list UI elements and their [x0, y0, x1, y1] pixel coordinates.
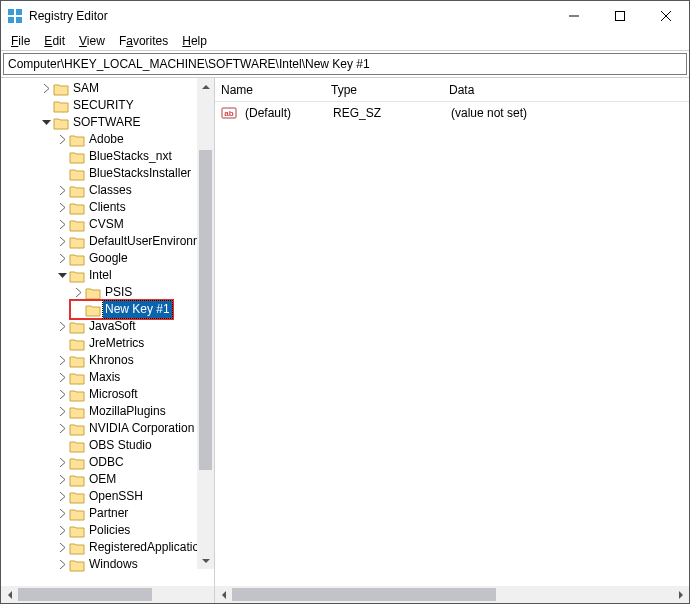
- chevron-right-icon[interactable]: [55, 320, 69, 334]
- svg-rect-0: [8, 9, 14, 15]
- scroll-right-arrow-icon[interactable]: [672, 586, 689, 603]
- scroll-up-arrow-icon[interactable]: [197, 78, 214, 95]
- chevron-right-icon[interactable]: [55, 558, 69, 572]
- tree-node-javasoft[interactable]: JavaSoft: [3, 318, 214, 335]
- tree-node-clients[interactable]: Clients: [3, 199, 214, 216]
- tree-node-registeredapp[interactable]: RegisteredApplicatio: [3, 539, 214, 556]
- tree-node-defaultuserenv[interactable]: DefaultUserEnvironm: [3, 233, 214, 250]
- maximize-button[interactable]: [597, 1, 643, 31]
- folder-icon: [69, 558, 85, 572]
- minimize-button[interactable]: [551, 1, 597, 31]
- chevron-right-icon[interactable]: [55, 524, 69, 538]
- tree-node-software[interactable]: SOFTWARE: [3, 114, 214, 131]
- chevron-right-icon[interactable]: [55, 507, 69, 521]
- tree-node-obs[interactable]: OBS Studio: [3, 437, 214, 454]
- folder-icon: [69, 490, 85, 504]
- folder-icon: [69, 507, 85, 521]
- tree-node-partner[interactable]: Partner: [3, 505, 214, 522]
- tree-node-bluestacks-nxt[interactable]: BlueStacks_nxt: [3, 148, 214, 165]
- tree-node-bluestacksinstaller[interactable]: BlueStacksInstaller: [3, 165, 214, 182]
- tree-node-policies[interactable]: Policies: [3, 522, 214, 539]
- chevron-right-icon[interactable]: [55, 371, 69, 385]
- chevron-down-icon[interactable]: [55, 269, 69, 283]
- chevron-right-icon[interactable]: [55, 218, 69, 232]
- chevron-right-icon[interactable]: [55, 235, 69, 249]
- chevron-right-icon[interactable]: [55, 541, 69, 555]
- menu-favorites[interactable]: Favorites: [113, 33, 174, 49]
- chevron-right-icon[interactable]: [55, 252, 69, 266]
- folder-icon: [69, 456, 85, 470]
- chevron-right-icon[interactable]: [71, 286, 85, 300]
- tree-vertical-scrollbar[interactable]: [197, 78, 214, 569]
- chevron-down-icon[interactable]: [39, 116, 53, 130]
- value-row-default[interactable]: ab (Default) REG_SZ (value not set): [215, 104, 689, 122]
- registry-editor-window: Registry Editor File Edit View Favorites…: [0, 0, 690, 604]
- scroll-down-arrow-icon[interactable]: [197, 552, 214, 569]
- tree-horizontal-scrollbar[interactable]: [1, 586, 214, 603]
- chevron-right-icon[interactable]: [55, 184, 69, 198]
- registry-tree[interactable]: SAM SECURITY SOFTWARE Adobe: [1, 78, 214, 575]
- folder-icon: [69, 150, 85, 164]
- tree-node-oem[interactable]: OEM: [3, 471, 214, 488]
- tree-node-newkey1[interactable]: New Key #1: [3, 301, 214, 318]
- menu-help[interactable]: Help: [176, 33, 213, 49]
- chevron-right-icon[interactable]: [55, 490, 69, 504]
- scroll-left-arrow-icon[interactable]: [1, 586, 18, 603]
- tree-node-khronos[interactable]: Khronos: [3, 352, 214, 369]
- chevron-right-icon[interactable]: [55, 133, 69, 147]
- tree-node-odbc[interactable]: ODBC: [3, 454, 214, 471]
- scrollbar-track[interactable]: [232, 586, 672, 603]
- tree-node-windows[interactable]: Windows: [3, 556, 214, 573]
- folder-icon: [69, 184, 85, 198]
- tree-node-sam[interactable]: SAM: [3, 80, 214, 97]
- scroll-left-arrow-icon[interactable]: [215, 586, 232, 603]
- tree-node-intel[interactable]: Intel: [3, 267, 214, 284]
- chevron-right-icon[interactable]: [55, 422, 69, 436]
- close-button[interactable]: [643, 1, 689, 31]
- folder-icon: [69, 422, 85, 436]
- scrollbar-thumb[interactable]: [232, 588, 496, 601]
- tree-node-nvidia[interactable]: NVIDIA Corporation: [3, 420, 214, 437]
- address-path: Computer\HKEY_LOCAL_MACHINE\SOFTWARE\Int…: [8, 57, 370, 71]
- svg-text:ab: ab: [224, 109, 233, 118]
- chevron-right-icon[interactable]: [55, 405, 69, 419]
- folder-icon: [69, 541, 85, 555]
- folder-icon: [69, 320, 85, 334]
- scrollbar-track[interactable]: [18, 586, 197, 603]
- tree-node-jremetrics[interactable]: JreMetrics: [3, 335, 214, 352]
- tree-node-mozillaplugins[interactable]: MozillaPlugins: [3, 403, 214, 420]
- menu-edit[interactable]: Edit: [38, 33, 71, 49]
- tree-node-microsoft[interactable]: Microsoft: [3, 386, 214, 403]
- folder-icon: [69, 371, 85, 385]
- folder-icon: [69, 439, 85, 453]
- svg-rect-1: [16, 9, 22, 15]
- scrollbar-thumb[interactable]: [199, 150, 212, 470]
- column-header-name[interactable]: Name: [215, 83, 325, 97]
- chevron-right-icon[interactable]: [55, 354, 69, 368]
- scrollbar-thumb[interactable]: [18, 588, 152, 601]
- values-horizontal-scrollbar[interactable]: [215, 586, 689, 603]
- values-header: Name Type Data: [215, 78, 689, 102]
- menu-view[interactable]: View: [73, 33, 111, 49]
- menu-file[interactable]: File: [5, 33, 36, 49]
- chevron-right-icon[interactable]: [39, 82, 53, 96]
- chevron-right-icon[interactable]: [55, 473, 69, 487]
- tree-node-maxis[interactable]: Maxis: [3, 369, 214, 386]
- tree-node-google[interactable]: Google: [3, 250, 214, 267]
- tree-node-cvsm[interactable]: CVSM: [3, 216, 214, 233]
- scrollbar-track[interactable]: [197, 95, 214, 552]
- values-list[interactable]: ab (Default) REG_SZ (value not set): [215, 102, 689, 586]
- column-header-type[interactable]: Type: [325, 83, 443, 97]
- chevron-right-icon[interactable]: [55, 388, 69, 402]
- column-header-data[interactable]: Data: [443, 83, 689, 97]
- chevron-right-icon[interactable]: [55, 201, 69, 215]
- tree-node-security[interactable]: SECURITY: [3, 97, 214, 114]
- string-value-icon: ab: [221, 105, 237, 121]
- address-bar[interactable]: Computer\HKEY_LOCAL_MACHINE\SOFTWARE\Int…: [3, 53, 687, 75]
- tree-node-classes[interactable]: Classes: [3, 182, 214, 199]
- tree-node-openssh[interactable]: OpenSSH: [3, 488, 214, 505]
- chevron-right-icon[interactable]: [55, 456, 69, 470]
- value-data: (value not set): [445, 106, 689, 120]
- folder-icon: [69, 167, 85, 181]
- tree-node-adobe[interactable]: Adobe: [3, 131, 214, 148]
